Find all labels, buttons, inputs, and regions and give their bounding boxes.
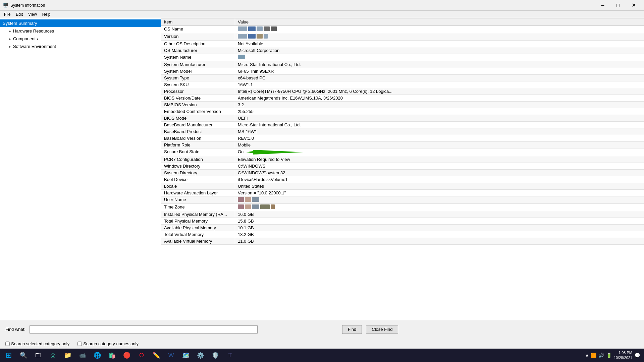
table-cell-item: BIOS Version/Date — [161, 95, 235, 102]
search-names-checkbox[interactable] — [77, 342, 82, 346]
edge-icon[interactable]: ◎ — [46, 349, 60, 361]
table-row: PCR7 ConfigurationElevation Required to … — [161, 156, 644, 163]
search-taskbar-button[interactable]: 🔍 — [16, 349, 31, 361]
table-cell-value: 18.2 GB — [235, 231, 644, 238]
table-cell-value: 11.0 GB — [235, 238, 644, 245]
table-cell-item: System Model — [161, 68, 235, 75]
table-cell-item: BaseBoard Manufacturer — [161, 122, 235, 128]
clock[interactable]: 1:08 PM 10/28/2021 — [614, 350, 632, 361]
table-cell-item: BIOS Mode — [161, 115, 235, 122]
menu-help[interactable]: Help — [40, 11, 53, 17]
table-cell-value: 3.2 — [235, 102, 644, 108]
maximize-button[interactable]: □ — [610, 0, 626, 11]
sidebar-item-label: Hardware Resources — [13, 28, 54, 34]
sketch-icon[interactable]: ✏️ — [149, 349, 164, 361]
window-controls: – □ ✕ — [595, 0, 641, 11]
table-row: BaseBoard ManufacturerMicro-Star Interna… — [161, 122, 644, 128]
table-cell-value: GF65 Thin 9SEXR — [235, 68, 644, 75]
table-row: ProcessorIntel(R) Core(TM) i7-9750H CPU … — [161, 88, 644, 95]
app1-icon[interactable]: 🔴 — [119, 349, 134, 361]
table-row: Hardware Abstraction LayerVersion = "10.… — [161, 190, 644, 196]
minimize-button[interactable]: – — [595, 0, 610, 11]
table-row: OS ManufacturerMicrosoft Corporation — [161, 47, 644, 54]
search-input[interactable] — [30, 325, 258, 334]
wifi-icon[interactable]: 📶 — [591, 353, 596, 358]
table-cell-value — [235, 54, 644, 61]
opera-icon[interactable]: O — [134, 349, 149, 361]
search-options: Search selected category only Search cat… — [0, 339, 644, 349]
maps-icon[interactable]: 🗺️ — [178, 349, 193, 361]
table-cell-value: 16.0 GB — [235, 211, 644, 218]
table-row: Available Virtual Memory11.0 GB — [161, 238, 644, 245]
menu-file[interactable]: File — [1, 11, 13, 17]
table-cell-value: Elevation Required to View — [235, 156, 644, 163]
table-row: LocaleUnited States — [161, 183, 644, 190]
file-explorer-icon[interactable]: 📁 — [60, 349, 75, 361]
search-option-names[interactable]: Search category names only — [77, 341, 139, 346]
search-category-checkbox[interactable] — [5, 342, 10, 346]
col-header-item: Item — [161, 18, 235, 26]
table-cell-value: Version = "10.0.22000.1" — [235, 190, 644, 196]
find-button[interactable]: Find — [342, 325, 362, 334]
table-row: Embedded Controller Version255.255 — [161, 108, 644, 115]
table-cell-item: System Name — [161, 54, 235, 61]
task-view-button[interactable]: 🗔 — [31, 349, 46, 361]
menu-bar: File Edit View Help — [0, 11, 644, 18]
search-option-category[interactable]: Search selected category only — [5, 341, 69, 346]
browser-icon[interactable]: 🌐 — [90, 349, 105, 361]
table-cell-item: Available Virtual Memory — [161, 238, 235, 245]
chevron-up-icon[interactable]: ∧ — [585, 353, 589, 358]
security-icon[interactable]: 🛡️ — [208, 349, 223, 361]
sound-icon[interactable]: 🔊 — [598, 353, 604, 358]
time: 1:08 PM — [614, 350, 632, 355]
word-icon[interactable]: W — [164, 349, 178, 361]
title-bar: 🖥️ System Information – □ ✕ — [0, 0, 644, 11]
data-table: Item Value OS NameVersionOther OS Descri… — [161, 18, 644, 245]
table-cell-value: x64-based PC — [235, 75, 644, 81]
date: 10/28/2021 — [614, 355, 632, 360]
expand-icon: ► — [8, 45, 12, 49]
zoom-icon[interactable]: 📹 — [75, 349, 90, 361]
table-cell-value: Intel(R) Core(TM) i7-9750H CPU @ 2.60GHz… — [235, 88, 644, 95]
table-cell-item: Windows Directory — [161, 163, 235, 170]
table-cell-value: Not Available — [235, 41, 644, 47]
table-cell-value: \Device\HarddiskVolume1 — [235, 176, 644, 183]
table-cell-value — [235, 204, 644, 211]
table-cell-value: Microsoft Corporation — [235, 47, 644, 54]
title-text: System Information — [10, 3, 45, 8]
app2-icon[interactable]: T — [223, 349, 237, 361]
table-cell-value — [235, 196, 644, 204]
table-cell-value: 16W1.1 — [235, 81, 644, 88]
search-option-label: Search selected category only — [11, 341, 69, 346]
sidebar-item-software-environment[interactable]: ► Software Environment — [0, 43, 161, 50]
sidebar-item-label: System Summary — [3, 21, 37, 26]
close-button[interactable]: ✕ — [626, 0, 641, 11]
search-option-label: Search category names only — [83, 341, 139, 346]
menu-edit[interactable]: Edit — [13, 11, 25, 17]
start-button[interactable]: ⊞ — [1, 349, 16, 361]
table-cell-item: BaseBoard Product — [161, 128, 235, 135]
table-cell-value: MS-16W1 — [235, 128, 644, 135]
search-bar: Find what: Find Close Find — [0, 320, 644, 339]
table-cell-item: SMBIOS Version — [161, 102, 235, 108]
table-cell-item: Time Zone — [161, 204, 235, 211]
table-row: Platform RoleMobile — [161, 142, 644, 148]
close-find-button[interactable]: Close Find — [366, 325, 398, 334]
battery-icon[interactable]: 🔋 — [606, 353, 612, 358]
sidebar-item-system-summary[interactable]: System Summary — [0, 19, 161, 27]
svg-marker-0 — [246, 150, 303, 155]
settings-icon[interactable]: ⚙️ — [193, 349, 208, 361]
table-cell-value: C:\WINDOWS — [235, 163, 644, 170]
menu-view[interactable]: View — [25, 11, 40, 17]
table-row: OS Name — [161, 26, 644, 33]
table-cell-item: OS Name — [161, 26, 235, 33]
sidebar-item-hardware-resources[interactable]: ► Hardware Resources — [0, 27, 161, 35]
sidebar-item-components[interactable]: ► Components — [0, 35, 161, 43]
notification-icon[interactable]: 💬 — [634, 353, 640, 358]
store-icon[interactable]: 🛍️ — [105, 349, 119, 361]
sidebar-item-label: Components — [13, 36, 38, 41]
table-row: Time Zone — [161, 204, 644, 211]
table-row: User Name — [161, 196, 644, 204]
table-cell-value: On — [235, 148, 644, 156]
table-row: BIOS Version/DateAmerican Megatrends Inc… — [161, 95, 644, 102]
